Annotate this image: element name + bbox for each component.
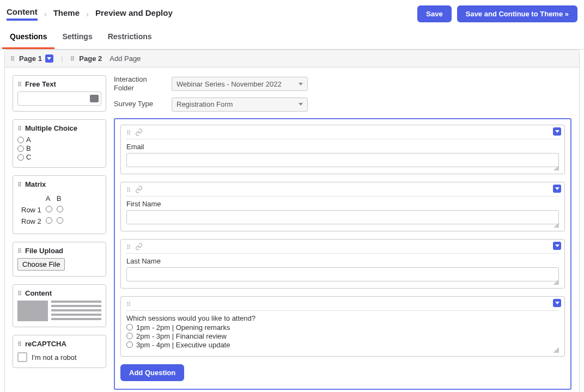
question-label: Email [126, 143, 559, 151]
chevron-right-icon: › [44, 9, 47, 19]
palette-recaptcha[interactable]: reCAPTCHA I'm not a robot [13, 335, 106, 368]
link-icon[interactable] [135, 128, 143, 136]
question-input[interactable] [126, 153, 559, 167]
question-prompt: Which sessions would you like to attend? [126, 314, 559, 322]
palette-matrix-label: Matrix [25, 180, 46, 188]
palette-mc-label: Multiple Choice [25, 124, 77, 132]
editor-frame: Page 1 | Page 2 Add Page Free Text Multi… [4, 50, 580, 392]
radio-icon [126, 324, 133, 330]
drag-handle-icon[interactable] [17, 247, 23, 255]
drag-handle-icon[interactable] [126, 243, 132, 251]
radio-icon [57, 206, 63, 212]
option-label: 1pm - 2pm | Opening remarks [136, 323, 230, 332]
resize-handle[interactable] [126, 350, 559, 353]
image-placeholder-icon [17, 301, 48, 321]
breadcrumb-theme[interactable]: Theme [53, 8, 80, 20]
palette-content[interactable]: Content [13, 284, 106, 327]
choose-file-button[interactable]: Choose File [17, 258, 65, 271]
main-area: Free Text Multiple Choice A B C Matrix A… [5, 68, 579, 392]
recaptcha-text: I'm not a robot [32, 353, 77, 362]
mc-option: B [17, 144, 101, 152]
drag-handle-icon[interactable] [17, 80, 23, 88]
matrix-col: B [56, 194, 64, 203]
link-icon[interactable] [135, 243, 143, 250]
resize-handle[interactable] [126, 224, 559, 228]
form-canvas: Email First Name [114, 118, 571, 390]
radio-icon [46, 217, 52, 224]
question-menu[interactable] [553, 127, 561, 136]
drag-handle-icon[interactable] [126, 300, 132, 308]
resize-handle[interactable] [126, 281, 559, 285]
question-palette: Free Text Multiple Choice A B C Matrix A… [13, 75, 106, 390]
question-label: Last Name [126, 257, 559, 265]
matrix-col: A [45, 194, 53, 203]
interaction-folder-label: Interaction Folder [114, 75, 163, 93]
survey-type-value: Registration Form [177, 100, 233, 108]
question-menu[interactable] [553, 299, 561, 307]
question-last-name[interactable]: Last Name [120, 239, 565, 289]
session-option[interactable]: 2pm - 3pm | Financial review [126, 332, 559, 340]
page-2-tab[interactable]: Page 2 [70, 54, 102, 63]
palette-recaptcha-label: reCAPTCHA [25, 340, 66, 348]
mc-option-label: C [26, 153, 31, 161]
breadcrumb-preview-deploy[interactable]: Preview and Deploy [95, 8, 173, 20]
chevron-right-icon: › [86, 9, 89, 19]
mc-option-label: A [26, 136, 31, 144]
tab-restrictions[interactable]: Restrictions [100, 26, 160, 49]
drag-handle-icon[interactable] [70, 54, 76, 63]
tab-settings[interactable]: Settings [54, 26, 100, 49]
page-1-menu[interactable] [45, 54, 53, 63]
canvas-column: Interaction Folder Webinar Series - Nove… [114, 75, 571, 390]
session-option[interactable]: 1pm - 2pm | Opening remarks [126, 323, 559, 332]
option-label: 2pm - 3pm | Financial review [136, 332, 227, 340]
question-sessions[interactable]: Which sessions would you like to attend?… [120, 296, 565, 357]
drag-handle-icon[interactable] [17, 124, 23, 132]
palette-multiple-choice[interactable]: Multiple Choice A B C [13, 119, 106, 168]
save-continue-button[interactable]: Save and Continue to Theme » [457, 5, 577, 22]
interaction-folder-select[interactable]: Webinar Series - November 2022 [172, 77, 308, 91]
matrix-row: Row 2 [21, 217, 42, 226]
radio-icon [126, 341, 133, 348]
radio-icon [17, 154, 24, 161]
option-label: 3pm - 4pm | Executive update [136, 341, 230, 349]
tab-questions[interactable]: Questions [2, 26, 54, 49]
add-question-button[interactable]: Add Question [120, 364, 184, 381]
radio-icon [46, 206, 52, 212]
drag-handle-icon[interactable] [10, 54, 16, 63]
radio-icon [57, 217, 63, 224]
drag-handle-icon[interactable] [17, 180, 23, 188]
link-icon[interactable] [135, 186, 143, 193]
add-page-button[interactable]: Add Page [110, 54, 141, 63]
question-menu[interactable] [553, 185, 561, 193]
question-label: First Name [126, 200, 559, 208]
matrix-row: Row 1 [21, 205, 42, 215]
resize-handle[interactable] [126, 167, 559, 170]
merge-field-icon [90, 95, 99, 102]
mc-option: A [17, 136, 101, 144]
page-2-label: Page 2 [79, 54, 102, 63]
mc-option: C [17, 153, 101, 161]
palette-free-text[interactable]: Free Text [13, 75, 106, 112]
checkbox-icon [17, 352, 27, 362]
drag-handle-icon[interactable] [17, 289, 23, 297]
question-first-name[interactable]: First Name [120, 182, 565, 231]
save-button[interactable]: Save [417, 5, 451, 22]
recaptcha-preview: I'm not a robot [17, 352, 101, 362]
mc-option-label: B [26, 144, 31, 152]
survey-type-select[interactable]: Registration Form [172, 97, 308, 112]
drag-handle-icon[interactable] [126, 186, 132, 194]
breadcrumb-content[interactable]: Content [7, 7, 38, 21]
palette-file-upload[interactable]: File Upload Choose File [13, 242, 106, 277]
palette-matrix[interactable]: Matrix AB Row 1 Row 2 [13, 175, 106, 234]
drag-handle-icon[interactable] [126, 128, 132, 137]
session-option[interactable]: 3pm - 4pm | Executive update [126, 341, 559, 349]
question-input[interactable] [126, 267, 559, 281]
question-input[interactable] [126, 210, 559, 224]
page-1-tab[interactable]: Page 1 [10, 54, 53, 63]
matrix-preview: AB Row 1 Row 2 [17, 192, 67, 228]
drag-handle-icon[interactable] [17, 340, 23, 348]
palette-file-label: File Upload [25, 247, 63, 255]
question-menu[interactable] [553, 242, 561, 250]
breadcrumb: Content › Theme › Preview and Deploy [7, 7, 173, 21]
question-email[interactable]: Email [120, 125, 565, 174]
